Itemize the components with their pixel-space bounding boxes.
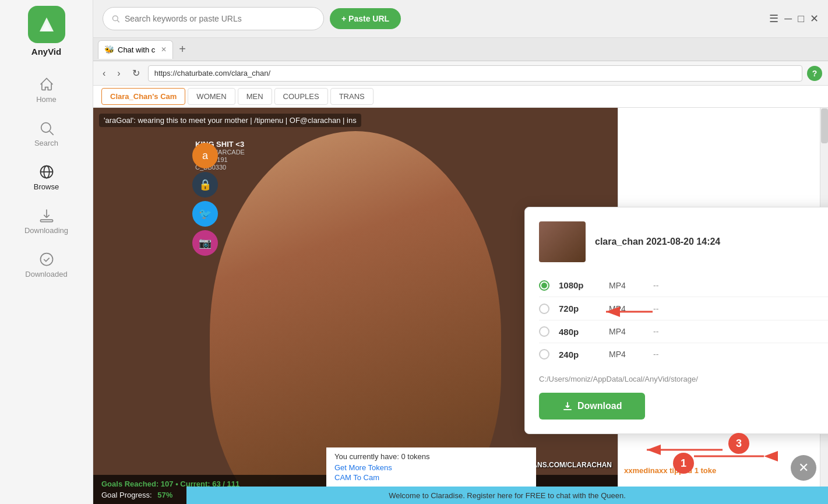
logo-area: AnyVid [28, 6, 65, 57]
nav-bar: ‹ › ↻ ? [93, 61, 828, 86]
get-tokens-link[interactable]: Get More Tokens [334, 463, 528, 472]
quality-label-720p: 720p [559, 304, 600, 313]
maximize-button[interactable]: □ [798, 13, 804, 25]
arrow-2 [594, 300, 664, 323]
browser-area: 🐝 Chat with c ✕ + ‹ › ↻ ? Clara_Chan's C… [93, 38, 828, 504]
quality-row-480p: 480p MP4 -- [539, 320, 828, 343]
sidebar-item-home-label: Home [36, 95, 57, 104]
quality-radio-480p[interactable] [539, 326, 549, 337]
tab-close-button[interactable]: ✕ [161, 45, 167, 54]
minimize-button[interactable]: ─ [784, 13, 792, 25]
format-label-1080p: MP4 [609, 281, 644, 290]
quality-label-480p: 480p [559, 327, 600, 337]
browser-tab[interactable]: 🐝 Chat with c ✕ [98, 40, 173, 59]
tab-clara-cam[interactable]: Clara_Chan's Cam [101, 88, 185, 105]
tab-favicon: 🐝 [104, 45, 114, 54]
close-button[interactable]: ✕ [810, 12, 819, 25]
sidebar-item-search[interactable]: Search [0, 112, 93, 156]
popup-title: clara_chan 2021-08-20 14:24 [595, 237, 720, 247]
download-button[interactable]: Download [539, 393, 645, 420]
search-input[interactable] [125, 14, 315, 23]
popup-header: clara_chan 2021-08-20 14:24 [539, 221, 828, 262]
forward-button[interactable]: › [114, 66, 124, 81]
window-controls: ☰ ─ □ ✕ [769, 12, 819, 25]
svg-line-8 [117, 20, 119, 22]
sidebar-item-browse-label: Browse [34, 182, 59, 191]
sidebar-item-browse[interactable]: Browse [0, 156, 93, 199]
quality-row-720p: 720p MP4 -- ♛ [539, 297, 828, 320]
svg-rect-5 [40, 220, 52, 222]
storage-row: C:/Users/moniz/AppData/Local/AnyVid/stor… [539, 375, 828, 383]
quality-row-1080p: 1080p MP4 -- ♛ [539, 274, 828, 297]
quality-radio-240p[interactable] [539, 349, 549, 360]
annotation-1: 1 [673, 453, 694, 474]
topbar: + Paste URL ☰ ─ □ ✕ [93, 0, 828, 38]
tab-bar: 🐝 Chat with c ✕ + [93, 38, 828, 61]
svg-point-6 [40, 253, 52, 266]
sidebar-item-downloaded[interactable]: Downloaded [0, 243, 93, 287]
overlay-text: 'araGoal': wearing this to meet your mot… [99, 114, 361, 127]
format-label-480p: MP4 [609, 327, 644, 336]
app-logo-icon [28, 6, 65, 43]
search-box[interactable] [103, 7, 324, 30]
chat-message: xxmedinaxx tipped 1 toke [624, 466, 716, 475]
lock-button[interactable]: 🔒 [192, 172, 218, 198]
annotation-3: 3 [728, 433, 749, 454]
tab-men[interactable]: MEN [238, 88, 272, 105]
popup-thumbnail [539, 221, 586, 262]
download-icon [562, 401, 573, 411]
sidebar-item-downloading[interactable]: Downloading [0, 199, 93, 243]
quality-radio-720p[interactable] [539, 304, 549, 314]
size-label-240p: -- [653, 350, 828, 359]
url-bar[interactable] [148, 65, 802, 82]
sidebar-item-home[interactable]: Home [0, 68, 93, 112]
svg-point-7 [112, 16, 118, 21]
svg-line-1 [50, 131, 53, 135]
search-icon [111, 14, 120, 23]
token-info: You currently have: 0 tokens Get More To… [326, 447, 536, 487]
paste-url-button[interactable]: + Paste URL [330, 8, 401, 29]
social-buttons: a 🔒 🐦 📷 [192, 143, 218, 256]
size-label-720p: -- [653, 304, 828, 313]
storage-path: C:/Users/moniz/AppData/Local/AnyVid/stor… [539, 375, 698, 383]
size-label-480p: -- [653, 327, 828, 336]
refresh-button[interactable]: ↻ [129, 65, 143, 81]
quality-list: 1080p MP4 -- ♛ 720p MP4 -- ♛ 480p [539, 274, 828, 365]
app-name: AnyVid [31, 47, 61, 57]
tab-trans[interactable]: TRANS [330, 88, 374, 105]
back-button[interactable]: ‹ [99, 66, 109, 81]
tab-add-button[interactable]: + [175, 43, 189, 56]
amazon-button[interactable]: a [192, 143, 218, 168]
close-circle-button[interactable]: ✕ [791, 455, 816, 481]
menu-button[interactable]: ☰ [769, 12, 778, 25]
twitter-button[interactable]: 🐦 [192, 201, 218, 227]
tab-couples[interactable]: COUPLES [274, 88, 328, 105]
tab-title: Chat with c [118, 45, 155, 54]
instagram-button[interactable]: 📷 [192, 230, 218, 256]
format-label-240p: MP4 [609, 350, 644, 359]
sidebar: AnyVid Home Search Browse Downloading [0, 0, 93, 504]
cam-to-cam-link[interactable]: CAM To Cam [334, 473, 528, 482]
download-popup: clara_chan 2021-08-20 14:24 1080p MP4 --… [524, 207, 828, 434]
tab-women[interactable]: WOMEN [188, 88, 235, 105]
sidebar-item-search-label: Search [34, 139, 58, 147]
notification-bar: Welcome to Claradise. Register here for … [186, 487, 828, 504]
quality-row-240p: 240p MP4 -- [539, 343, 828, 365]
main-content: 'araGoal': wearing this to meet your mot… [93, 108, 828, 504]
notif-text: Welcome to Claradise. Register here for … [389, 491, 626, 500]
quality-label-240p: 240p [559, 350, 600, 360]
sidebar-item-downloading-label: Downloading [24, 226, 68, 235]
sidebar-item-downloaded-label: Downloaded [25, 270, 67, 279]
quality-label-1080p: 1080p [559, 280, 600, 290]
quality-radio-1080p[interactable] [539, 280, 549, 291]
stream-tabs: Clara_Chan's Cam WOMEN MEN COUPLES TRANS [93, 86, 828, 108]
scroll-thumb[interactable] [821, 108, 828, 143]
svg-point-0 [41, 123, 50, 132]
size-label-1080p: -- [653, 281, 828, 290]
help-button[interactable]: ? [807, 66, 822, 81]
